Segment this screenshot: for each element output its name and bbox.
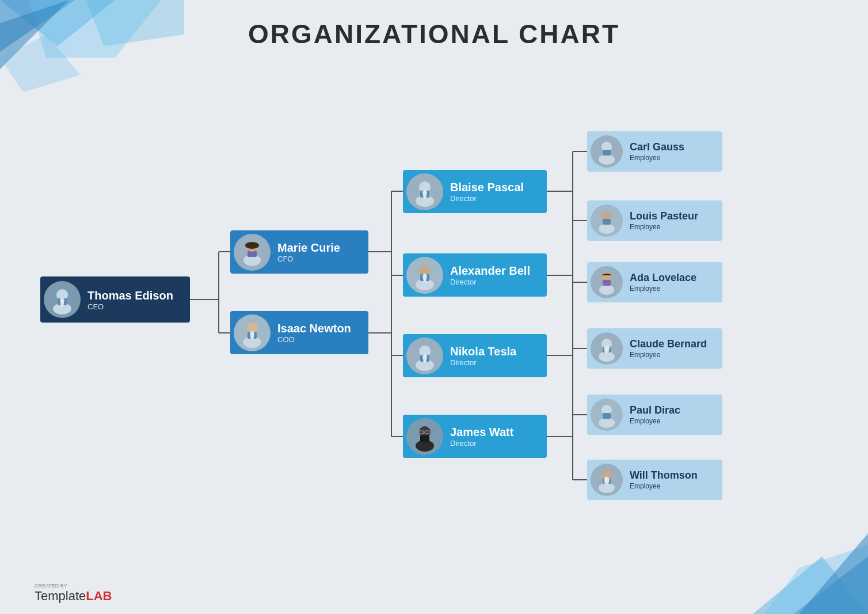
- page-title: ORGANIZATIONAL CHART: [0, 0, 868, 50]
- coo-role: COO: [277, 335, 351, 344]
- claude-role: Employee: [630, 351, 707, 359]
- claude-name: Claude Bernard: [630, 338, 707, 351]
- will-name: Will Thomson: [630, 469, 698, 482]
- svg-rect-81: [603, 413, 611, 419]
- avatar-claude: [591, 332, 623, 365]
- emp-claude: Claude Bernard Employee: [587, 328, 722, 369]
- ada-name: Ada Lovelace: [630, 272, 696, 285]
- paul-name: Paul Dirac: [630, 404, 680, 417]
- avatar-alexander: [406, 257, 443, 294]
- avatar-james: [406, 418, 443, 455]
- svg-point-73: [599, 285, 614, 295]
- james-role: Director: [450, 439, 513, 448]
- avatar-coo: [234, 314, 271, 351]
- will-role: Employee: [630, 482, 698, 490]
- paul-text: Paul Dirac Employee: [630, 404, 680, 425]
- alexander-name: Alexander Bell: [450, 264, 530, 278]
- avatar-blaise: [406, 173, 443, 210]
- will-text: Will Thomson Employee: [630, 469, 698, 490]
- node-james: James Watt Director: [403, 415, 547, 458]
- footer-lab: LAB: [86, 589, 112, 603]
- svg-rect-74: [603, 280, 611, 286]
- footer-branding: CREATED BY TemplateLAB: [35, 583, 112, 604]
- louis-role: Employee: [630, 223, 698, 231]
- ceo-role: CEO: [87, 302, 173, 311]
- avatar-ada: [591, 266, 623, 298]
- cfo-text: Marie Curie CFO: [277, 241, 340, 263]
- james-name: James Watt: [450, 425, 513, 439]
- paul-role: Employee: [630, 417, 680, 425]
- svg-point-43: [245, 242, 259, 249]
- footer-created-by: CREATED BY: [35, 583, 112, 589]
- blaise-role: Director: [450, 194, 524, 203]
- claude-text: Claude Bernard Employee: [630, 338, 707, 359]
- ceo-text: Thomas Edison CEO: [87, 289, 173, 311]
- blaise-text: Blaise Pascal Director: [450, 180, 524, 203]
- footer: CREATED BY TemplateLAB: [35, 583, 112, 604]
- emp-carl: Carl Gauss Employee: [587, 131, 722, 172]
- svg-point-70: [599, 223, 615, 234]
- node-alexander: Alexander Bell Director: [403, 253, 547, 297]
- cfo-name: Marie Curie: [277, 241, 340, 255]
- emp-paul: Paul Dirac Employee: [587, 395, 722, 435]
- avatar-paul: [591, 399, 623, 431]
- emp-ada: Ada Lovelace Employee: [587, 262, 722, 302]
- main-content: ORGANIZATIONAL CHART: [0, 0, 868, 614]
- blaise-name: Blaise Pascal: [450, 180, 524, 194]
- cfo-role: CFO: [277, 255, 340, 263]
- footer-template: Template: [35, 589, 86, 603]
- node-coo: Isaac Newton COO: [230, 311, 368, 354]
- coo-text: Isaac Newton COO: [277, 321, 351, 344]
- nikola-name: Nikola Tesla: [450, 344, 516, 358]
- carl-role: Employee: [630, 154, 684, 162]
- svg-point-80: [599, 418, 615, 428]
- ada-role: Employee: [630, 285, 696, 293]
- avatar-louis: [591, 204, 623, 237]
- nikola-role: Director: [450, 358, 516, 367]
- svg-rect-68: [603, 150, 611, 156]
- avatar-will: [591, 464, 623, 496]
- emp-will: Will Thomson Employee: [587, 460, 722, 500]
- carl-name: Carl Gauss: [630, 141, 684, 154]
- emp-louis: Louis Pasteur Employee: [587, 200, 722, 241]
- avatar-cfo: [234, 234, 271, 271]
- louis-text: Louis Pasteur Employee: [630, 210, 698, 231]
- svg-rect-62: [420, 435, 429, 442]
- node-ceo: Thomas Edison CEO: [40, 276, 190, 323]
- alexander-role: Director: [450, 278, 530, 286]
- node-nikola: Nikola Tesla Director: [403, 334, 547, 377]
- avatar-ceo: [44, 281, 81, 318]
- node-blaise: Blaise Pascal Director: [403, 170, 547, 213]
- carl-text: Carl Gauss Employee: [630, 141, 684, 162]
- alexander-text: Alexander Bell Director: [450, 264, 530, 286]
- svg-rect-71: [603, 219, 611, 225]
- svg-point-67: [599, 154, 615, 165]
- ada-text: Ada Lovelace Employee: [630, 272, 696, 293]
- ceo-name: Thomas Edison: [87, 289, 173, 302]
- james-text: James Watt Director: [450, 425, 513, 448]
- node-cfo: Marie Curie CFO: [230, 230, 368, 274]
- chart-area: Thomas Edison CEO Marie Curie CFO: [29, 63, 856, 568]
- nikola-text: Nikola Tesla Director: [450, 344, 516, 367]
- avatar-carl: [591, 135, 623, 168]
- louis-name: Louis Pasteur: [630, 210, 698, 223]
- coo-name: Isaac Newton: [277, 321, 351, 335]
- avatar-nikola: [406, 338, 443, 374]
